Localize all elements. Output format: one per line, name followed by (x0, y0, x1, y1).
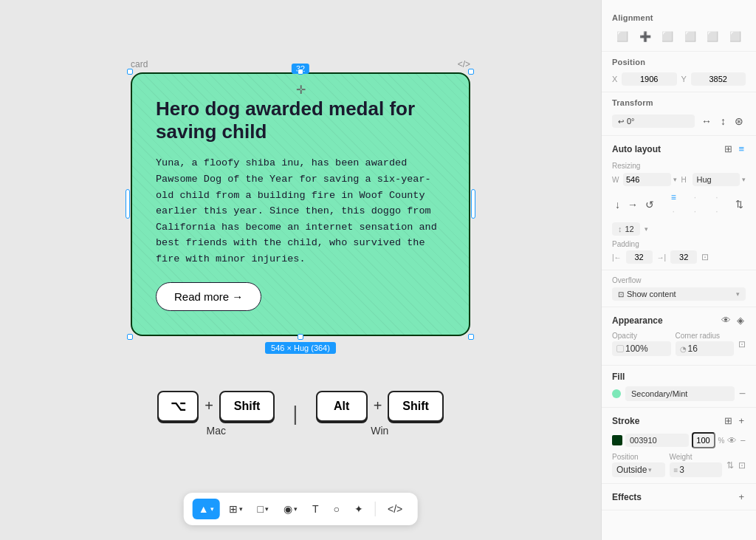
shift-key-mac: Shift (219, 391, 275, 422)
spread-button[interactable]: ⇅ (733, 191, 746, 218)
padding-expand-button[interactable]: ⊡ (701, 252, 709, 262)
fill-color-swatch[interactable] (612, 389, 621, 398)
align-grid-ml[interactable]: · (663, 205, 684, 218)
auto-layout-grid-button[interactable]: ⊞ (723, 142, 734, 156)
align-right-button[interactable]: ⬜ (657, 28, 678, 45)
comment-tool-button[interactable]: ○ (328, 499, 346, 519)
overflow-chevron-icon: ▾ (736, 290, 740, 298)
plus-1: + (205, 397, 213, 414)
stroke-eye-button[interactable]: 👁 (727, 435, 737, 446)
align-center-v-button[interactable]: ⬜ (702, 28, 724, 45)
stroke-add-button[interactable]: + (737, 414, 746, 428)
align-grid-tr[interactable]: · (707, 191, 727, 204)
resize-handle-bl[interactable] (127, 334, 133, 340)
comment-icon: ○ (334, 503, 340, 515)
constrain-button[interactable]: ⊛ (732, 113, 746, 129)
stroke-label: Stroke (612, 416, 639, 426)
align-grid-mm[interactable]: · (684, 205, 705, 218)
component-tool-button[interactable]: ✦ (348, 499, 369, 519)
flip-v-button[interactable]: ↕ (718, 113, 728, 129)
dir-down-button[interactable]: ↓ (612, 191, 623, 218)
align-left-button[interactable]: ⬜ (612, 28, 633, 45)
stroke-header: Stroke ⊞ + (612, 414, 746, 428)
resize-handle-br[interactable] (468, 334, 474, 340)
component-icon: ✦ (354, 503, 363, 515)
stroke-weight-value: 3 (679, 465, 684, 475)
fill-remove-button[interactable]: − (739, 387, 746, 400)
dimension-badge: 546 × Hug (364) (265, 342, 336, 354)
resize-handle-right[interactable] (471, 189, 475, 219)
resize-handle-left[interactable] (126, 189, 130, 219)
dir-wrap-button[interactable]: ↺ (642, 191, 657, 218)
transform-title: Transform (612, 98, 746, 107)
shape-icon: □ (258, 503, 264, 515)
option-key: ⌥ (157, 391, 199, 422)
dir-right-button[interactable]: → (625, 191, 641, 218)
corner-value: 16 (688, 344, 698, 354)
stroke-weight-label: Weight (670, 453, 723, 461)
overflow-dropdown[interactable]: ⊡ Show content ▾ (612, 287, 746, 301)
overflow-value: Show content (627, 290, 733, 298)
auto-layout-active-button[interactable]: ≡ (737, 142, 746, 156)
pen-tool-button[interactable]: ◉ ▾ (278, 499, 303, 519)
shape-tool-button[interactable]: □ ▾ (252, 499, 275, 519)
stroke-percent-label: % (718, 437, 725, 445)
stroke-opacity-input[interactable] (692, 432, 715, 448)
y-input[interactable] (691, 72, 746, 86)
x-input[interactable] (622, 72, 677, 86)
align-top-button[interactable]: ⬜ (680, 28, 701, 45)
effects-add-button[interactable]: + (737, 490, 746, 504)
align-bottom-button[interactable]: ⬜ (725, 28, 746, 45)
pipe-divider: | (292, 402, 298, 425)
width-input[interactable] (623, 173, 671, 186)
appearance-eye-button[interactable]: 👁 (720, 313, 732, 327)
alignment-section: Alignment ⬜ ➕ ⬜ ⬜ ⬜ ⬜ (602, 7, 756, 52)
width-field: W ▾ (612, 173, 677, 186)
opacity-field: 100% (612, 341, 671, 356)
stroke-remove-button[interactable]: − (740, 435, 746, 446)
direction-buttons: ↓ → ↺ (612, 191, 657, 218)
read-more-button[interactable]: Read more → (156, 282, 261, 311)
toolbar-separator (375, 502, 376, 516)
padding-right-input[interactable] (670, 250, 697, 264)
align-center-h-button[interactable]: ➕ (635, 28, 656, 45)
code-tool-button[interactable]: </> (382, 499, 408, 519)
alignment-title: Alignment (612, 13, 746, 22)
resize-handle-tl[interactable] (127, 69, 133, 75)
padding-label: Padding (612, 240, 746, 248)
stroke-color-swatch[interactable] (612, 435, 622, 445)
stroke-position-group: Position Outside ▾ (612, 453, 665, 477)
flip-h-button[interactable]: ↔ (699, 113, 714, 129)
card-wrapper[interactable]: 32 ✛ Hero dog awarded medal for saving c… (131, 72, 470, 336)
gap-chevron-icon: ▾ (645, 225, 648, 233)
opacity-sublabel: Opacity (612, 332, 671, 340)
resize-handle-tr[interactable] (468, 69, 474, 75)
appearance-droplet-button[interactable]: ◈ (735, 313, 746, 327)
move-icon[interactable]: ✛ (296, 83, 306, 97)
resize-handle-top[interactable] (298, 69, 303, 75)
shift-key-win: Shift (388, 391, 444, 422)
stroke-spread-button[interactable]: ⇅ (726, 453, 734, 477)
resize-handle-bottom[interactable] (298, 334, 303, 340)
card-body: Yuna, a floofy shiba inu, has been award… (156, 155, 445, 267)
padding-left-input[interactable] (626, 250, 653, 264)
stroke-options-button[interactable]: ⊞ (723, 414, 734, 428)
stroke-position-value: Outside (616, 465, 647, 475)
y-label: Y (681, 75, 689, 83)
frame-tool-button[interactable]: ⊞ ▾ (223, 499, 249, 519)
align-grid-section: ≡ · · · · · (663, 191, 727, 218)
angle-value: 0° (627, 117, 635, 126)
align-grid-tl[interactable]: ≡ (663, 191, 684, 204)
transform-row: ↩ 0° ↔ ↕ ⊛ (612, 113, 746, 129)
stroke-expand-button[interactable]: ⊡ (738, 453, 746, 477)
text-tool-button[interactable]: T (306, 499, 325, 519)
gap-value: 12 (625, 225, 634, 233)
stroke-position-label: Position (612, 453, 665, 461)
align-grid-tm[interactable]: · (684, 191, 705, 204)
stroke-header-buttons: ⊞ + (723, 414, 746, 428)
position-row: X Y (612, 72, 746, 86)
height-field: H Hug ▾ (681, 173, 746, 186)
align-grid-mr[interactable]: · (707, 205, 727, 218)
corner-expand-button[interactable]: ⊡ (738, 332, 746, 356)
select-tool-button[interactable]: ▲ ▾ (193, 499, 220, 519)
